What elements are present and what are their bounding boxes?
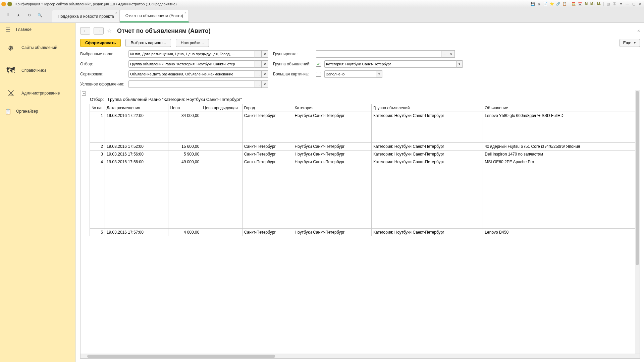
cell-n: 1 xyxy=(90,112,105,143)
tab-close-icon[interactable]: × xyxy=(184,11,186,15)
horizontal-scrollbar[interactable] xyxy=(80,354,640,358)
sidebar-item-label: Администрирование xyxy=(21,91,60,96)
column-header[interactable]: Объявление xyxy=(483,104,640,112)
column-header[interactable]: Дата размещения xyxy=(105,104,168,112)
column-header[interactable]: № п/п xyxy=(90,104,105,112)
tab-close-icon[interactable]: × xyxy=(115,11,117,15)
sidebar-item[interactable]: ⚔Администрирование xyxy=(0,82,75,105)
report-filter-caption: Отбор: xyxy=(90,97,104,102)
window-title: Конфигурация "Парсер сайтов объявлений",… xyxy=(15,2,177,6)
ad-group-dropdown-button[interactable]: ▾ xyxy=(457,60,463,68)
settings-button[interactable]: Настройки... xyxy=(176,39,209,47)
app-icon xyxy=(1,2,6,6)
tb-dropdown-icon[interactable]: ▾ xyxy=(618,1,624,7)
filter-dots-button[interactable]: … xyxy=(255,60,262,68)
cond-format-dots-button[interactable]: … xyxy=(255,80,262,88)
table-row[interactable]: 119.03.2016 17:22:0034 000,00Санкт-Петер… xyxy=(80,112,640,143)
tab-support[interactable]: Поддержка и новости проекта × xyxy=(52,10,120,22)
sort-input[interactable]: Объявление.Дата размещения, Объявление.Н… xyxy=(128,70,255,78)
tb-link-icon[interactable]: 🔗 xyxy=(555,1,561,7)
column-header[interactable]: Группа объявлений xyxy=(372,104,483,112)
report-area: − Отбор: Группа объявлений Равно "Катего… xyxy=(80,90,640,359)
tb-window-icon[interactable]: ◫ xyxy=(605,1,611,7)
maximize-button[interactable]: ▢ xyxy=(631,1,636,7)
column-header[interactable]: Цена предыдущая xyxy=(201,104,242,112)
column-header[interactable]: Город xyxy=(242,104,293,112)
cell-price: 49 000,00 xyxy=(168,158,201,229)
report-table: № п/пДата размещенияЦенаЦена предыдущаяГ… xyxy=(80,104,640,236)
cell-n: 4 xyxy=(90,158,105,229)
tab-report-avito[interactable]: Отчет по объявлениям (Авито) × xyxy=(120,10,189,22)
cell-group: Категория: Ноутбуки Санкт-Петербург xyxy=(372,158,483,229)
close-page-button[interactable]: × xyxy=(637,28,640,34)
big-picture-checkbox[interactable] xyxy=(316,72,321,77)
sidebar: ☰Главное⎈Сайты объявлений🗺Справочники⚔Ад… xyxy=(0,23,75,362)
cell-ad: Lenovo Y580 gtx 660m/8gb/i7+ SSD FullHD xyxy=(483,112,640,143)
more-button[interactable]: Еще ▼ xyxy=(620,39,640,47)
sort-dots-button[interactable]: … xyxy=(255,70,262,78)
sidebar-item-label: Сайты объявлений xyxy=(21,45,57,50)
filter-input[interactable]: Группа объявлений Равно "Категория: Ноут… xyxy=(128,60,255,68)
table-row[interactable]: 419.03.2016 17:56:0049 000,00Санкт-Петер… xyxy=(80,158,640,229)
sidebar-item-label: Главное xyxy=(16,27,32,32)
table-row[interactable]: 319.03.2016 17:56:005 900,00Санкт-Петерб… xyxy=(80,150,640,158)
cell-city: Санкт-Петербург xyxy=(242,143,293,150)
selected-fields-dots-button[interactable]: … xyxy=(255,50,262,58)
column-header[interactable]: Цена xyxy=(168,104,201,112)
close-window-button[interactable]: ✕ xyxy=(637,1,643,7)
tb-save-icon[interactable]: 💾 xyxy=(530,1,535,7)
cell-n: 2 xyxy=(90,143,105,150)
grouping-clear-button[interactable]: × xyxy=(448,50,455,58)
history-icon[interactable]: ↻ xyxy=(26,12,32,18)
tb-m-button[interactable]: M xyxy=(584,1,589,7)
minimize-button[interactable]: — xyxy=(625,1,630,7)
tb-clipboard-icon[interactable]: 📋 xyxy=(562,1,567,7)
choose-variant-button[interactable]: Выбрать вариант... xyxy=(125,39,171,47)
table-row[interactable]: 519.03.2016 17:57:004 000,00Санкт-Петерб… xyxy=(80,229,640,236)
tb-calc-icon[interactable]: 🧮 xyxy=(571,1,576,7)
tb-mplus-button[interactable]: M+ xyxy=(590,1,595,7)
nav-back-button[interactable]: ← xyxy=(80,27,90,35)
column-header[interactable]: Категория xyxy=(293,104,371,112)
nav-forward-button: → xyxy=(94,27,104,35)
table-row[interactable]: 219.03.2016 17:52:0015 600,00Санкт-Петер… xyxy=(80,143,640,150)
grouping-label: Группировка: xyxy=(273,52,314,56)
cond-format-input[interactable] xyxy=(128,80,255,88)
tb-info-icon[interactable]: ⓘ xyxy=(612,1,617,7)
cell-prev-price xyxy=(201,150,242,158)
sidebar-item-icon: ☰ xyxy=(5,26,11,33)
ad-group-checkbox[interactable]: ✔ xyxy=(316,62,321,67)
ad-group-input[interactable]: Категория: Ноутбуки Санкт-Петербург xyxy=(324,60,457,68)
apps-icon[interactable]: ⠿ xyxy=(5,12,11,18)
grouping-dots-button[interactable]: … xyxy=(441,50,448,58)
grouping-input[interactable] xyxy=(316,50,441,58)
favorite-star-icon[interactable]: ☆ xyxy=(107,27,114,34)
generate-button[interactable]: Сформировать xyxy=(80,39,121,47)
favorites-icon[interactable]: ★ xyxy=(15,12,21,18)
page-title: Отчет по объявлениям (Авито) xyxy=(117,27,211,35)
tb-star-icon[interactable]: ⭐ xyxy=(549,1,554,7)
cell-city: Санкт-Петербург xyxy=(242,112,293,143)
filter-clear-button[interactable]: × xyxy=(262,60,268,68)
tb-print-icon[interactable]: 🖨 xyxy=(536,1,542,7)
vertical-scrollbar[interactable] xyxy=(635,90,640,354)
tabs-bar: Поддержка и новости проекта × Отчет по о… xyxy=(52,8,644,22)
selected-fields-clear-button[interactable]: × xyxy=(262,50,268,58)
tb-calendar-icon[interactable]: 📅 xyxy=(577,1,583,7)
cell-category: Ноутбуки Санкт-Петербург xyxy=(293,229,371,236)
big-picture-dropdown-button[interactable]: ▾ xyxy=(376,70,382,78)
collapse-toggle[interactable]: − xyxy=(82,92,86,96)
selected-fields-input[interactable]: № п/п, Дата размещения, Цена, Цена преды… xyxy=(128,50,255,58)
tb-docs-icon[interactable]: 📄 xyxy=(543,1,548,7)
sidebar-item[interactable]: ⎈Сайты объявлений xyxy=(0,36,75,59)
search-icon[interactable]: 🔍 xyxy=(37,12,43,18)
cell-date: 19.03.2016 17:22:00 xyxy=(105,112,168,143)
big-picture-input[interactable]: Заполнено xyxy=(324,70,376,78)
cond-format-clear-button[interactable]: × xyxy=(262,80,268,88)
sidebar-item[interactable]: 📋Органайзер xyxy=(0,105,75,118)
sort-clear-button[interactable]: × xyxy=(262,70,268,78)
sidebar-item[interactable]: ☰Главное xyxy=(0,23,75,36)
sidebar-item[interactable]: 🗺Справочники xyxy=(0,59,75,82)
cell-city: Санкт-Петербург xyxy=(242,150,293,158)
tb-mminus-button[interactable]: M- xyxy=(596,1,602,7)
